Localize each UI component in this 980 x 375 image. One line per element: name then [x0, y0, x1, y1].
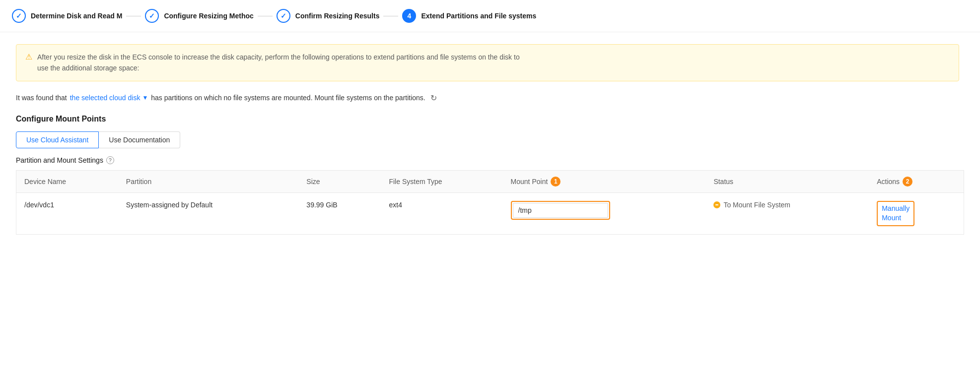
step-3-label: Confirm Resizing Results [295, 12, 380, 20]
th-mount-point-label: Mount Point [511, 178, 548, 186]
refresh-icon[interactable]: ↻ [430, 93, 437, 103]
th-size-label: Size [306, 178, 320, 186]
chevron-down-icon: ▼ [142, 94, 148, 101]
info-line: It was found that the selected cloud dis… [16, 93, 964, 103]
status-dot-icon [713, 201, 720, 208]
main-content: ⚠ After you resize the disk in the ECS c… [0, 32, 980, 247]
actions-badge: 2 [903, 177, 912, 187]
table-header-row: Device Name Partition Size File System T… [16, 170, 964, 192]
info-suffix: has partitions on which no file systems … [151, 94, 425, 102]
help-icon[interactable]: ? [106, 156, 114, 164]
th-actions-label: Actions [877, 178, 900, 186]
step-1-icon: ✓ [12, 9, 26, 23]
th-mount-point-wrapper: Mount Point 1 [511, 177, 698, 187]
alert-text: After you resize the disk in the ECS con… [37, 52, 520, 74]
step-2-label: Configure Resizing Methoc [164, 12, 253, 20]
th-actions-wrapper: Actions 2 [877, 177, 956, 187]
td-size: 39.99 GiB [298, 192, 381, 234]
tab-cloud-assistant[interactable]: Use Cloud Assistant [16, 131, 99, 148]
section-title: Configure Mount Points [16, 115, 964, 124]
cloud-disk-link[interactable]: the selected cloud disk ▼ [70, 94, 148, 102]
td-mount-point [503, 192, 706, 234]
step-1: ✓ Determine Disk and Read M [12, 9, 122, 23]
manually-mount-wrapper: ManuallyMount [877, 201, 914, 226]
step-divider-3 [383, 16, 398, 16]
manually-mount-button[interactable]: ManuallyMount [882, 204, 910, 223]
th-file-system-type: File System Type [381, 170, 502, 192]
th-partition-label: Partition [126, 178, 151, 186]
mount-point-badge: 1 [551, 177, 560, 187]
alert-line2: use the additional storage space: [37, 64, 139, 72]
td-status: To Mount File System [705, 192, 869, 234]
status-cell: To Mount File System [713, 201, 861, 209]
partition-settings-text: Partition and Mount Settings [16, 156, 103, 164]
step-divider-2 [258, 16, 273, 16]
td-file-system-type: ext4 [381, 192, 502, 234]
info-prefix: It was found that [16, 94, 67, 102]
table-row: /dev/vdc1 System-assigned by Default 39.… [16, 192, 964, 234]
step-2: ✓ Configure Resizing Methoc [145, 9, 253, 23]
td-partition: System-assigned by Default [118, 192, 299, 234]
tab-group: Use Cloud Assistant Use Documentation [16, 131, 964, 148]
step-1-label: Determine Disk and Read M [31, 12, 122, 20]
th-actions: Actions 2 [869, 170, 964, 192]
th-status-label: Status [713, 178, 733, 186]
mount-point-input[interactable] [513, 203, 608, 218]
stepper: ✓ Determine Disk and Read M ✓ Configure … [0, 0, 980, 32]
th-device-name: Device Name [16, 170, 118, 192]
th-status: Status [705, 170, 869, 192]
step-divider-1 [126, 16, 141, 16]
warning-icon: ⚠ [25, 52, 32, 74]
th-partition: Partition [118, 170, 299, 192]
tab-documentation[interactable]: Use Documentation [99, 131, 180, 148]
partition-settings-label: Partition and Mount Settings ? [16, 156, 964, 164]
step-3: ✓ Confirm Resizing Results [277, 9, 380, 23]
alert-line1: After you resize the disk in the ECS con… [37, 53, 520, 61]
td-device-name: /dev/vdc1 [16, 192, 118, 234]
th-size: Size [298, 170, 381, 192]
alert-banner: ⚠ After you resize the disk in the ECS c… [16, 44, 959, 81]
step-2-icon: ✓ [145, 9, 159, 23]
step-4: 4 Extend Partitions and File systems [402, 9, 536, 23]
mount-point-input-wrapper [511, 201, 610, 220]
step-4-icon: 4 [402, 9, 416, 23]
step-3-icon: ✓ [277, 9, 290, 23]
th-file-system-type-label: File System Type [389, 178, 442, 186]
td-actions: ManuallyMount [869, 192, 964, 234]
data-table: Device Name Partition Size File System T… [16, 170, 964, 235]
th-mount-point: Mount Point 1 [503, 170, 706, 192]
th-device-name-label: Device Name [24, 178, 66, 186]
status-text: To Mount File System [723, 201, 790, 209]
step-4-label: Extend Partitions and File systems [421, 12, 536, 20]
cloud-disk-text: the selected cloud disk [70, 94, 140, 102]
